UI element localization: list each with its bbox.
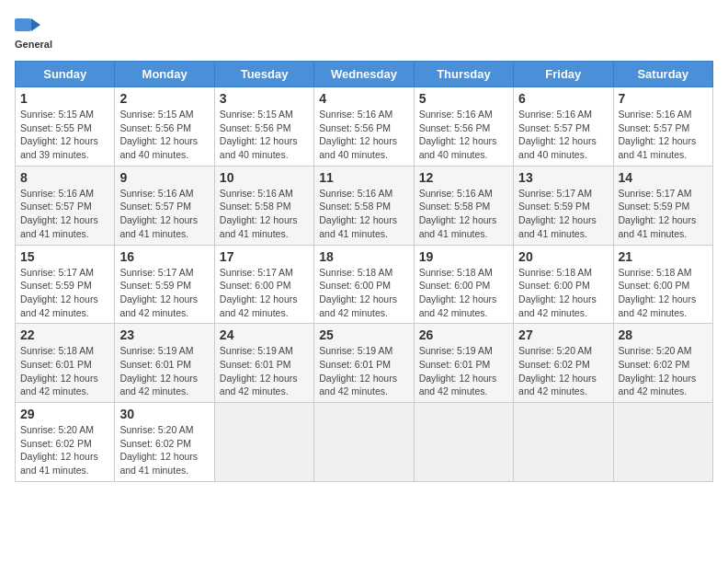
calendar-cell: 12Sunrise: 5:16 AMSunset: 5:58 PMDayligh… <box>414 166 513 245</box>
day-number: 4 <box>319 91 408 106</box>
calendar-cell: 6Sunrise: 5:16 AMSunset: 5:57 PMDaylight… <box>514 87 613 167</box>
day-number: 18 <box>319 249 408 264</box>
day-number: 11 <box>319 170 408 185</box>
calendar-cell: 26Sunrise: 5:19 AMSunset: 6:01 PMDayligh… <box>414 324 513 403</box>
calendar-cell: 13Sunrise: 5:17 AMSunset: 5:59 PMDayligh… <box>514 166 613 245</box>
day-info: Sunrise: 5:18 AMSunset: 6:00 PMDaylight:… <box>319 266 408 320</box>
calendar-cell: 7Sunrise: 5:16 AMSunset: 5:57 PMDaylight… <box>613 87 712 167</box>
calendar-cell: 19Sunrise: 5:18 AMSunset: 6:00 PMDayligh… <box>414 245 513 324</box>
day-info: Sunrise: 5:20 AMSunset: 6:02 PMDaylight:… <box>619 344 708 398</box>
calendar-cell: 28Sunrise: 5:20 AMSunset: 6:02 PMDayligh… <box>613 324 712 403</box>
day-number: 7 <box>619 91 708 106</box>
calendar-cell: 5Sunrise: 5:16 AMSunset: 5:56 PMDaylight… <box>414 87 513 167</box>
day-number: 24 <box>220 327 309 342</box>
day-number: 3 <box>220 91 309 106</box>
day-info: Sunrise: 5:18 AMSunset: 6:00 PMDaylight:… <box>619 266 708 320</box>
weekday-header-thursday: Thursday <box>414 62 513 87</box>
day-number: 13 <box>518 170 608 185</box>
day-number: 1 <box>20 91 109 106</box>
day-info: Sunrise: 5:16 AMSunset: 5:58 PMDaylight:… <box>419 187 508 241</box>
day-info: Sunrise: 5:15 AMSunset: 5:56 PMDaylight:… <box>220 108 309 162</box>
day-number: 23 <box>119 327 209 342</box>
calendar-cell: 21Sunrise: 5:18 AMSunset: 6:00 PMDayligh… <box>613 245 712 324</box>
calendar-cell: 30Sunrise: 5:20 AMSunset: 6:02 PMDayligh… <box>115 403 214 482</box>
calendar-week-4: 22Sunrise: 5:18 AMSunset: 6:01 PMDayligh… <box>16 324 713 403</box>
day-info: Sunrise: 5:15 AMSunset: 5:56 PMDaylight:… <box>119 108 209 162</box>
day-number: 12 <box>419 170 508 185</box>
svg-marker-1 <box>31 18 40 31</box>
day-info: Sunrise: 5:16 AMSunset: 5:57 PMDaylight:… <box>20 187 109 241</box>
day-info: Sunrise: 5:19 AMSunset: 6:01 PMDaylight:… <box>220 344 309 398</box>
svg-text:Blue: Blue <box>15 50 37 52</box>
day-number: 16 <box>119 249 209 264</box>
calendar-week-3: 15Sunrise: 5:17 AMSunset: 5:59 PMDayligh… <box>16 245 713 324</box>
calendar-cell <box>414 403 513 482</box>
day-number: 21 <box>619 249 708 264</box>
calendar-cell: 23Sunrise: 5:19 AMSunset: 6:01 PMDayligh… <box>115 324 214 403</box>
logo-icon: General Blue <box>15 15 59 52</box>
day-info: Sunrise: 5:17 AMSunset: 5:59 PMDaylight:… <box>619 187 708 241</box>
calendar-cell: 10Sunrise: 5:16 AMSunset: 5:58 PMDayligh… <box>214 166 313 245</box>
calendar-cell <box>214 403 313 482</box>
svg-rect-0 <box>15 18 31 31</box>
day-number: 19 <box>419 249 508 264</box>
calendar-cell: 11Sunrise: 5:16 AMSunset: 5:58 PMDayligh… <box>314 166 414 245</box>
calendar-cell <box>314 403 414 482</box>
day-number: 9 <box>119 170 209 185</box>
calendar-cell: 17Sunrise: 5:17 AMSunset: 6:00 PMDayligh… <box>214 245 313 324</box>
calendar-cell: 22Sunrise: 5:18 AMSunset: 6:01 PMDayligh… <box>16 324 115 403</box>
day-info: Sunrise: 5:17 AMSunset: 5:59 PMDaylight:… <box>119 266 209 320</box>
calendar-cell: 25Sunrise: 5:19 AMSunset: 6:01 PMDayligh… <box>314 324 414 403</box>
day-info: Sunrise: 5:17 AMSunset: 6:00 PMDaylight:… <box>220 266 309 320</box>
calendar-week-2: 8Sunrise: 5:16 AMSunset: 5:57 PMDaylight… <box>16 166 713 245</box>
calendar-table: SundayMondayTuesdayWednesdayThursdayFrid… <box>15 61 713 482</box>
day-number: 29 <box>20 407 109 421</box>
calendar-week-1: 1Sunrise: 5:15 AMSunset: 5:55 PMDaylight… <box>16 87 713 167</box>
weekday-header-wednesday: Wednesday <box>314 62 414 87</box>
day-info: Sunrise: 5:18 AMSunset: 6:00 PMDaylight:… <box>518 266 608 320</box>
day-info: Sunrise: 5:17 AMSunset: 5:59 PMDaylight:… <box>20 266 109 320</box>
day-number: 22 <box>20 327 109 342</box>
day-number: 6 <box>518 91 608 106</box>
calendar-cell: 18Sunrise: 5:18 AMSunset: 6:00 PMDayligh… <box>314 245 414 324</box>
day-number: 26 <box>419 327 508 342</box>
day-number: 15 <box>20 249 109 264</box>
calendar-cell: 14Sunrise: 5:17 AMSunset: 5:59 PMDayligh… <box>613 166 712 245</box>
weekday-header-friday: Friday <box>514 62 613 87</box>
calendar-cell: 29Sunrise: 5:20 AMSunset: 6:02 PMDayligh… <box>16 403 115 482</box>
day-number: 5 <box>419 91 508 106</box>
calendar-cell: 20Sunrise: 5:18 AMSunset: 6:00 PMDayligh… <box>514 245 613 324</box>
day-info: Sunrise: 5:17 AMSunset: 5:59 PMDaylight:… <box>518 187 608 241</box>
calendar-cell: 15Sunrise: 5:17 AMSunset: 5:59 PMDayligh… <box>16 245 115 324</box>
calendar-cell <box>613 403 712 482</box>
day-info: Sunrise: 5:19 AMSunset: 6:01 PMDaylight:… <box>119 344 209 398</box>
day-info: Sunrise: 5:19 AMSunset: 6:01 PMDaylight:… <box>319 344 408 398</box>
day-number: 14 <box>619 170 708 185</box>
day-info: Sunrise: 5:16 AMSunset: 5:58 PMDaylight:… <box>319 187 408 241</box>
day-info: Sunrise: 5:18 AMSunset: 6:01 PMDaylight:… <box>20 344 109 398</box>
day-number: 8 <box>20 170 109 185</box>
calendar-cell: 9Sunrise: 5:16 AMSunset: 5:57 PMDaylight… <box>115 166 214 245</box>
day-info: Sunrise: 5:16 AMSunset: 5:58 PMDaylight:… <box>220 187 309 241</box>
weekday-header-monday: Monday <box>115 62 214 87</box>
calendar-cell: 27Sunrise: 5:20 AMSunset: 6:02 PMDayligh… <box>514 324 613 403</box>
calendar-cell: 1Sunrise: 5:15 AMSunset: 5:55 PMDaylight… <box>16 87 115 167</box>
day-number: 27 <box>518 327 608 342</box>
weekday-header-sunday: Sunday <box>16 62 115 87</box>
day-info: Sunrise: 5:20 AMSunset: 6:02 PMDaylight:… <box>518 344 608 398</box>
calendar-week-5: 29Sunrise: 5:20 AMSunset: 6:02 PMDayligh… <box>16 403 713 482</box>
day-number: 2 <box>119 91 209 106</box>
day-info: Sunrise: 5:19 AMSunset: 6:01 PMDaylight:… <box>419 344 508 398</box>
calendar-header: SundayMondayTuesdayWednesdayThursdayFrid… <box>16 62 713 87</box>
svg-text:General: General <box>15 39 52 50</box>
day-number: 28 <box>619 327 708 342</box>
day-info: Sunrise: 5:16 AMSunset: 5:57 PMDaylight:… <box>119 187 209 241</box>
day-number: 25 <box>319 327 408 342</box>
calendar-cell: 24Sunrise: 5:19 AMSunset: 6:01 PMDayligh… <box>214 324 313 403</box>
logo: General Blue <box>15 15 59 53</box>
day-number: 10 <box>220 170 309 185</box>
calendar-cell: 4Sunrise: 5:16 AMSunset: 5:56 PMDaylight… <box>314 87 414 167</box>
day-number: 17 <box>220 249 309 264</box>
day-info: Sunrise: 5:15 AMSunset: 5:55 PMDaylight:… <box>20 108 109 162</box>
day-info: Sunrise: 5:18 AMSunset: 6:00 PMDaylight:… <box>419 266 508 320</box>
